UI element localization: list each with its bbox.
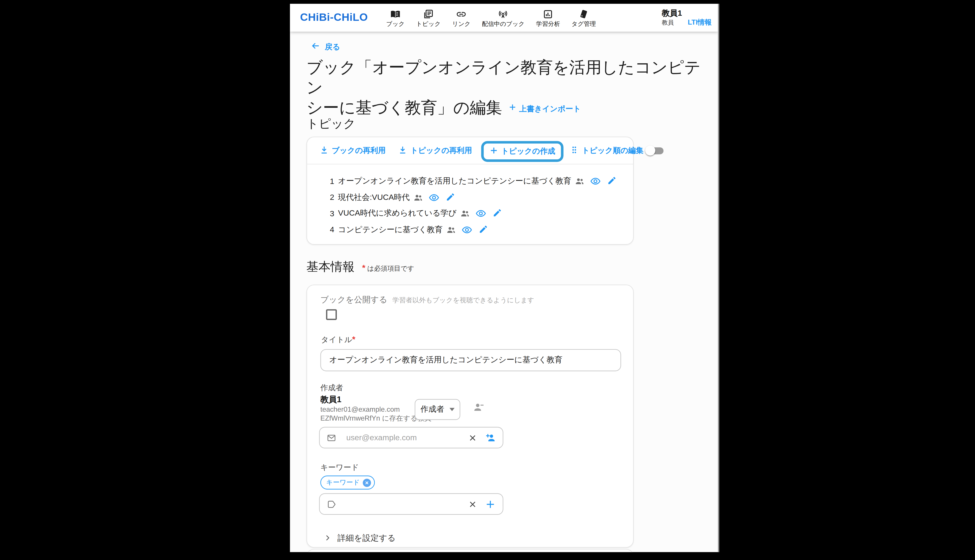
preview-topic-button[interactable] xyxy=(475,208,487,219)
back-link[interactable]: 戻る xyxy=(311,41,340,52)
shared-users-icon xyxy=(460,209,470,218)
nav-label: トピック xyxy=(416,20,441,28)
app-header: CHiBi-CHiLO ブック トピック xyxy=(290,4,718,32)
lti-info-link[interactable]: LTI情報 xyxy=(688,17,712,27)
user-block: 教員1 教員 LTI情報 xyxy=(662,8,712,27)
author-email: teacher01@example.com xyxy=(320,405,400,413)
clear-input-icon[interactable] xyxy=(468,433,477,442)
chevron-right-icon xyxy=(324,533,331,543)
edit-topic-button[interactable] xyxy=(446,192,455,203)
topics-section-heading: トピック xyxy=(306,116,356,132)
topic-number: 3 xyxy=(330,209,334,218)
page-title-line1: ブック「オープンオンライン教育を活用したコンピテン xyxy=(306,58,701,96)
required-asterisk: * xyxy=(362,263,365,273)
screenshot-root: CHiBi-CHiLO ブック トピック xyxy=(0,0,975,560)
nav-item-tags[interactable]: タグ管理 xyxy=(566,7,601,28)
topic-title: 現代社会:VUCA時代 xyxy=(338,192,410,203)
keyword-input[interactable] xyxy=(345,499,468,509)
preview-topic-button[interactable] xyxy=(590,176,601,187)
keyword-chip[interactable]: キーワード xyxy=(320,476,375,490)
keyword-section-label: キーワード xyxy=(320,462,359,473)
nav-label: タグ管理 xyxy=(572,20,596,28)
drag-indicator-icon xyxy=(570,145,579,156)
chevron-down-icon xyxy=(449,408,455,411)
download-icon xyxy=(398,145,407,156)
topic-row: 2 現代社会:VUCA時代 xyxy=(330,190,633,206)
topic-row: 1 オープンオンライン教育を活用したコンピテンシーに基づく教育 xyxy=(330,173,633,190)
nav-item-links[interactable]: リンク xyxy=(447,7,477,28)
shared-users-icon xyxy=(447,225,456,234)
broadcast-icon xyxy=(498,8,509,20)
preview-topic-button[interactable] xyxy=(462,225,472,235)
clear-input-icon[interactable] xyxy=(468,500,477,508)
overwrite-import-button[interactable]: 上書きインポート xyxy=(508,99,581,119)
nav-label: リンク xyxy=(452,20,470,28)
back-label: 戻る xyxy=(325,42,340,52)
person-remove-icon xyxy=(473,402,484,413)
app-logo[interactable]: CHiBi-CHiLO xyxy=(300,11,368,24)
user-role: 教員 xyxy=(662,18,674,27)
nav-item-books[interactable]: ブック xyxy=(380,7,410,28)
keyword-chip-label: キーワード xyxy=(326,478,360,487)
book-icon xyxy=(390,8,401,20)
overwrite-import-label: 上書きインポート xyxy=(519,99,581,119)
invite-author-input[interactable] xyxy=(345,433,468,443)
reuse-book-button[interactable]: ブックの再利用 xyxy=(320,145,386,156)
topic-number: 2 xyxy=(330,193,334,202)
title-input[interactable]: オープンオンライン教育を活用したコンピテンシーに基づく教育 xyxy=(320,349,621,371)
shared-users-icon xyxy=(413,193,423,202)
edit-topic-button[interactable] xyxy=(607,176,617,187)
preview-topic-button[interactable] xyxy=(429,192,440,203)
required-note: は必須項目です xyxy=(367,264,414,273)
topic-number: 1 xyxy=(330,177,334,186)
basic-info-heading-text: 基本情報 xyxy=(306,259,355,275)
page-title-line2: シーに基づく教育」の編集 xyxy=(306,99,502,117)
download-icon xyxy=(320,145,329,156)
person-add-icon[interactable] xyxy=(485,432,496,443)
topics-card: ブックの再利用 トピックの再利用 トピックの作成 トピック順の編集 xyxy=(306,137,634,245)
page-title: ブック「オープンオンライン教育を活用したコンピテン シーに基づく教育」の編集上書… xyxy=(306,57,717,121)
plus-icon xyxy=(508,99,517,119)
topic-row: 3 VUCA時代に求められている学び xyxy=(330,206,633,222)
topic-list: 1 オープンオンライン教育を活用したコンピテンシーに基づく教育 2 現代社会:V… xyxy=(307,173,633,238)
chip-delete-icon[interactable] xyxy=(363,478,371,487)
link-icon xyxy=(456,8,467,20)
mail-icon xyxy=(327,433,336,442)
details-expander[interactable]: 詳細を設定する xyxy=(324,533,396,544)
topic-number: 4 xyxy=(330,225,334,234)
edit-topic-button[interactable] xyxy=(493,208,502,219)
add-keyword-icon[interactable] xyxy=(485,499,496,510)
reorder-toggle[interactable] xyxy=(645,145,664,156)
nav-label: ブック xyxy=(386,20,405,28)
nav-item-published-books[interactable]: 配信中のブック xyxy=(476,7,530,28)
topic-icon xyxy=(423,8,434,20)
invite-author-inputbox xyxy=(319,427,503,448)
nav-item-topics[interactable]: トピック xyxy=(410,7,447,28)
main-nav: ブック トピック リンク xyxy=(380,7,601,28)
publish-book-description: 学習者以外もブックを視聴できるようにします xyxy=(393,296,534,305)
edit-topic-button[interactable] xyxy=(478,225,488,235)
create-topic-button[interactable]: トピックの作成 xyxy=(489,146,555,157)
author-role-select[interactable]: 作成者 xyxy=(415,399,460,420)
publish-book-checkbox[interactable] xyxy=(326,309,337,320)
topic-title: コンピテンシーに基づく教育 xyxy=(338,225,443,235)
reorder-topics-button[interactable]: トピック順の編集 xyxy=(570,145,644,156)
required-asterisk: * xyxy=(352,335,355,344)
author-name: 教員1 xyxy=(320,394,341,405)
next-card-sliver xyxy=(306,549,634,552)
tag-outline-icon xyxy=(327,499,336,509)
basic-info-heading: 基本情報 * は必須項目です xyxy=(306,259,415,275)
nav-label: 学習分析 xyxy=(536,20,560,28)
plus-icon xyxy=(489,146,498,157)
basic-info-card: ブックを公開する 学習者以外もブックを視聴できるようにします タイトル* オープ… xyxy=(306,285,634,548)
publish-row: ブックを公開する 学習者以外もブックを視聴できるようにします xyxy=(320,294,534,305)
topic-title: VUCA時代に求められている学び xyxy=(338,208,457,219)
keyword-inputbox xyxy=(319,493,503,515)
author-section-label: 作成者 xyxy=(320,383,343,393)
nav-label: 配信中のブック xyxy=(482,20,525,28)
reuse-topic-button[interactable]: トピックの再利用 xyxy=(398,145,472,156)
app-window: CHiBi-CHiLO ブック トピック xyxy=(290,4,719,552)
nav-item-analytics[interactable]: 学習分析 xyxy=(530,7,566,28)
tag-icon xyxy=(579,8,589,20)
topics-toolbar: ブックの再利用 トピックの再利用 トピックの作成 トピック順の編集 xyxy=(307,137,633,165)
